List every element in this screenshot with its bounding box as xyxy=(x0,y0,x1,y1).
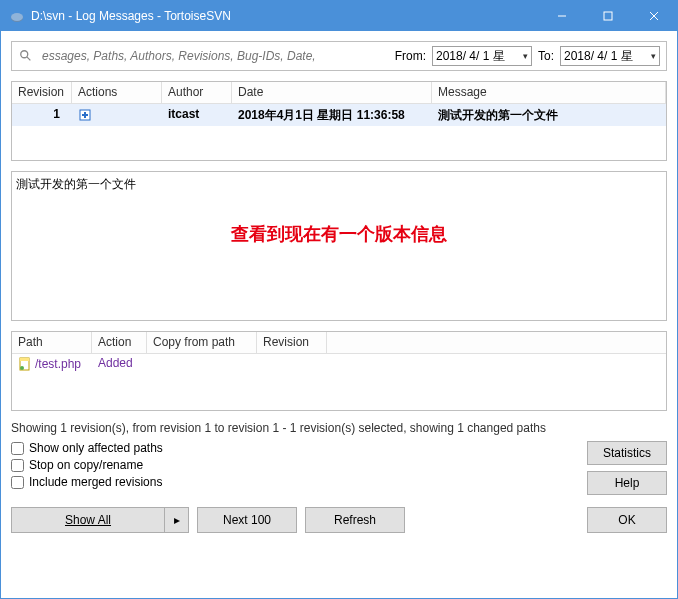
chk-merged-box[interactable] xyxy=(11,476,24,489)
chk-affected-label: Show only affected paths xyxy=(29,441,163,455)
svg-rect-3 xyxy=(604,12,612,20)
svg-line-7 xyxy=(27,57,31,61)
cell-action: Added xyxy=(92,354,147,374)
options-row: Show only affected paths Stop on copy/re… xyxy=(11,441,667,495)
col-copy[interactable]: Copy from path xyxy=(147,332,257,353)
svg-point-13 xyxy=(20,366,24,370)
revision-list[interactable]: Revision Actions Author Date Message 1 i… xyxy=(11,81,667,161)
checkbox-group: Show only affected paths Stop on copy/re… xyxy=(11,441,579,495)
filter-input[interactable] xyxy=(40,47,389,65)
revision-row[interactable]: 1 itcast 2018年4月1日 星期日 11:36:58 測试开发的第一个… xyxy=(12,104,666,126)
message-box[interactable]: 測试开发的第一个文件 查看到现在有一个版本信息 xyxy=(11,171,667,321)
col-path[interactable]: Path xyxy=(12,332,92,353)
col-message[interactable]: Message xyxy=(432,82,666,103)
from-date-value: 2018/ 4/ 1 星 xyxy=(436,48,505,65)
refresh-button[interactable]: Refresh xyxy=(305,507,405,533)
maximize-button[interactable] xyxy=(585,1,631,31)
annotation-overlay: 查看到现在有一个版本信息 xyxy=(231,222,447,246)
chk-stop[interactable]: Stop on copy/rename xyxy=(11,458,579,472)
chk-affected[interactable]: Show only affected paths xyxy=(11,441,579,455)
cell-rev2 xyxy=(257,354,327,374)
statistics-button[interactable]: Statistics xyxy=(587,441,667,465)
file-icon xyxy=(18,357,32,371)
status-text: Showing 1 revision(s), from revision 1 t… xyxy=(11,421,667,435)
svg-point-6 xyxy=(21,51,28,58)
cell-message: 測试开发的第一个文件 xyxy=(432,104,666,126)
chevron-down-icon: ▾ xyxy=(651,51,656,61)
show-all-dropdown[interactable]: ▸ xyxy=(164,508,188,532)
to-label: To: xyxy=(538,49,554,63)
app-icon xyxy=(9,8,25,24)
path-list-header: Path Action Copy from path Revision xyxy=(12,332,666,354)
cell-author: itcast xyxy=(162,104,232,126)
show-all-button[interactable]: Show All xyxy=(12,508,164,532)
minimize-button[interactable] xyxy=(539,1,585,31)
col-action[interactable]: Action xyxy=(92,332,147,353)
chk-merged[interactable]: Include merged revisions xyxy=(11,475,579,489)
add-icon xyxy=(78,108,92,122)
content: From: 2018/ 4/ 1 星▾ To: 2018/ 4/ 1 星▾ Re… xyxy=(1,31,677,598)
to-date-value: 2018/ 4/ 1 星 xyxy=(564,48,633,65)
cell-actions xyxy=(72,104,162,126)
cell-date: 2018年4月1日 星期日 11:36:58 xyxy=(232,104,432,126)
show-all-split-button: Show All ▸ xyxy=(11,507,189,533)
path-list[interactable]: Path Action Copy from path Revision /tes… xyxy=(11,331,667,411)
cell-path: /test.php xyxy=(12,354,92,374)
chk-stop-box[interactable] xyxy=(11,459,24,472)
titlebar: D:\svn - Log Messages - TortoiseSVN xyxy=(1,1,677,31)
chk-affected-box[interactable] xyxy=(11,442,24,455)
path-text: /test.php xyxy=(35,357,81,371)
cell-copy xyxy=(147,354,257,374)
col-revision2[interactable]: Revision xyxy=(257,332,327,353)
footer: Show All ▸ Next 100 Refresh OK xyxy=(11,507,667,533)
chevron-down-icon: ▾ xyxy=(523,51,528,61)
window-buttons xyxy=(539,1,677,31)
col-actions[interactable]: Actions xyxy=(72,82,162,103)
help-button[interactable]: Help xyxy=(587,471,667,495)
right-buttons: Statistics Help xyxy=(587,441,667,495)
col-revision[interactable]: Revision xyxy=(12,82,72,103)
search-icon xyxy=(18,48,34,64)
window: D:\svn - Log Messages - TortoiseSVN From… xyxy=(0,0,678,599)
path-row[interactable]: /test.php Added xyxy=(12,354,666,374)
next-100-button[interactable]: Next 100 xyxy=(197,507,297,533)
filter-bar: From: 2018/ 4/ 1 星▾ To: 2018/ 4/ 1 星▾ xyxy=(11,41,667,71)
message-text: 測试开发的第一个文件 xyxy=(16,177,136,191)
col-author[interactable]: Author xyxy=(162,82,232,103)
ok-button[interactable]: OK xyxy=(587,507,667,533)
svg-point-1 xyxy=(11,13,23,21)
from-date-picker[interactable]: 2018/ 4/ 1 星▾ xyxy=(432,46,532,66)
to-date-picker[interactable]: 2018/ 4/ 1 星▾ xyxy=(560,46,660,66)
chk-merged-label: Include merged revisions xyxy=(29,475,162,489)
svg-rect-12 xyxy=(20,358,29,361)
window-title: D:\svn - Log Messages - TortoiseSVN xyxy=(31,9,539,23)
from-label: From: xyxy=(395,49,426,63)
cell-revision: 1 xyxy=(12,104,72,126)
chk-stop-label: Stop on copy/rename xyxy=(29,458,143,472)
revision-list-header: Revision Actions Author Date Message xyxy=(12,82,666,104)
col-date[interactable]: Date xyxy=(232,82,432,103)
close-button[interactable] xyxy=(631,1,677,31)
